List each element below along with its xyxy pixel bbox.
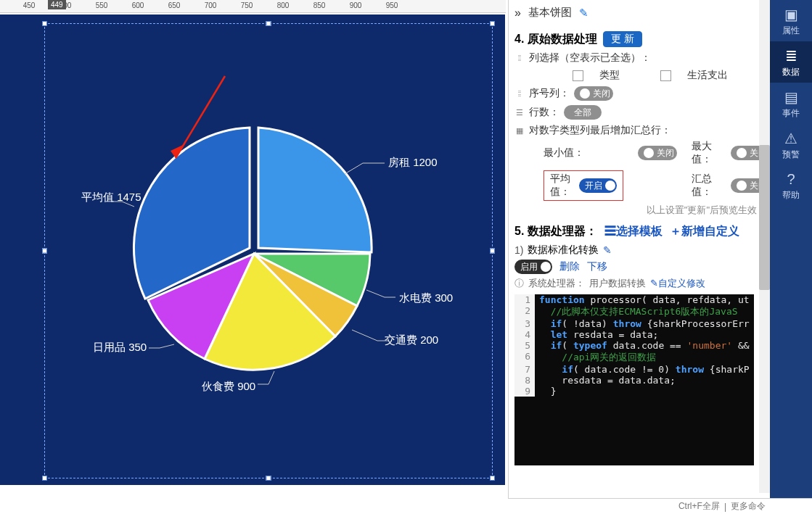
processor-name: 数据标准化转换 <box>528 244 599 257</box>
panel-scrollbar[interactable] <box>759 0 770 493</box>
min-label: 最小值： <box>544 146 620 159</box>
panel-title: 基本饼图 <box>528 6 572 20</box>
settings-note: 以上设置"更新"后预览生效 <box>514 201 770 217</box>
checkbox-type[interactable] <box>573 70 583 81</box>
avg-highlighted-group: 平均值： 开启 <box>544 170 623 201</box>
ruler-position-badge: 449 <box>48 0 66 9</box>
refresh-button[interactable]: 更 新 <box>603 31 642 47</box>
pie-label-daily: 日用品 350 <box>93 341 147 355</box>
toggle-row-count[interactable]: 全部 <box>564 105 602 120</box>
move-down-link[interactable]: 下移 <box>587 260 607 273</box>
collapse-icon[interactable]: » <box>514 7 521 20</box>
section-4-title: 4. 原始数据处理 <box>514 32 597 47</box>
checkbox-expense-label: 生活支出 <box>687 69 728 82</box>
resize-handle-nw[interactable] <box>42 21 47 26</box>
avg-label: 平均值： <box>550 173 572 199</box>
properties-icon: ▣ <box>770 6 812 23</box>
resize-handle-w[interactable] <box>42 249 47 254</box>
pie-label-food: 伙食费 900 <box>202 380 255 394</box>
right-icon-rail: ▣属性 ≣数据 ▤事件 ⚠预警 ?帮助 <box>770 0 812 514</box>
resize-handle-ne[interactable] <box>490 21 495 26</box>
pie-label-rent: 房租 1200 <box>388 156 438 170</box>
delete-link[interactable]: 删除 <box>559 260 580 273</box>
resize-handle-e[interactable] <box>490 249 495 254</box>
alert-icon: ⚠ <box>770 130 812 147</box>
pie-label-average: 平均值 1475 <box>81 191 142 204</box>
resize-handle-s[interactable] <box>266 476 271 481</box>
events-icon: ▤ <box>770 88 812 106</box>
properties-panel: » 基本饼图 ✎ 4. 原始数据处理 更 新 ⦙⦙ 列选择（空表示已全选）： 类… <box>508 0 770 514</box>
column-select-label: 列选择（空表示已全选）： <box>529 51 651 65</box>
code-editor[interactable]: 1function processor( data, refdata, ut 2… <box>514 294 754 465</box>
toggle-enable-processor[interactable]: 启用 <box>514 260 552 274</box>
rail-help[interactable]: ?帮助 <box>770 165 812 206</box>
info-icon: ⓘ <box>514 277 524 290</box>
max-label: 最大值： <box>692 140 713 166</box>
sys-processor-label: 系统处理器： <box>528 277 585 290</box>
section-5-title: 5. 数据处理器： <box>514 224 597 239</box>
agg-icon: ▦ <box>514 126 525 136</box>
rail-properties[interactable]: ▣属性 <box>770 0 812 41</box>
rail-alert[interactable]: ⚠预警 <box>770 124 812 165</box>
select-template-link[interactable]: ☰选择模板 <box>604 224 663 239</box>
seq-col-label: 序号列： <box>529 87 570 100</box>
toggle-seq-col[interactable]: 关闭 <box>574 86 613 101</box>
rail-data[interactable]: ≣数据 <box>770 41 812 83</box>
checkbox-expense[interactable] <box>660 70 671 81</box>
toggle-min[interactable]: 关闭 <box>638 146 677 160</box>
resize-handle-n[interactable] <box>266 21 271 26</box>
resize-handle-sw[interactable] <box>42 476 47 481</box>
canvas-area: 450 500 550 600 650 700 750 800 850 900 … <box>0 0 506 514</box>
list-icon: ⦙⦙ <box>514 54 525 63</box>
custom-edit-link[interactable]: ✎自定义修改 <box>650 277 705 290</box>
edit-processor-icon[interactable]: ✎ <box>603 244 612 256</box>
status-bar: Ctrl+F全屏 | 更多命令 <box>508 498 812 514</box>
ruler-horizontal: 450 500 550 600 650 700 750 800 850 900 … <box>0 0 506 13</box>
more-commands[interactable]: 更多命令 <box>731 500 766 513</box>
seq-icon: ⦙⦙ <box>514 89 525 99</box>
rows-icon: ☰ <box>514 108 525 117</box>
processor-index: 1) <box>514 244 523 256</box>
help-icon: ? <box>770 171 812 188</box>
data-icon: ≣ <box>770 47 812 65</box>
add-custom-link[interactable]: ＋新增自定义 <box>670 224 739 239</box>
pie-slice-rent[interactable] <box>258 128 372 252</box>
user-transform-label: 用户数据转换 <box>589 277 646 290</box>
design-surface[interactable]: 房租 1200 水电费 300 交通费 200 伙食费 900 日用品 350 … <box>0 14 505 485</box>
pie-label-transport: 交通费 200 <box>385 333 438 347</box>
sum-label: 汇总值： <box>692 173 713 199</box>
edit-icon[interactable]: ✎ <box>579 7 589 20</box>
checkbox-type-label: 类型 <box>599 69 620 82</box>
agg-label: 对数字类型列最后增加汇总行： <box>529 124 671 137</box>
fullscreen-hint[interactable]: Ctrl+F全屏 <box>678 500 720 513</box>
pie-chart[interactable] <box>65 58 443 435</box>
toggle-avg[interactable]: 开启 <box>579 178 617 193</box>
resize-handle-se[interactable] <box>490 476 495 481</box>
pie-label-utilities: 水电费 300 <box>399 291 453 305</box>
row-count-label: 行数： <box>529 106 559 119</box>
rail-events[interactable]: ▤事件 <box>770 83 812 124</box>
